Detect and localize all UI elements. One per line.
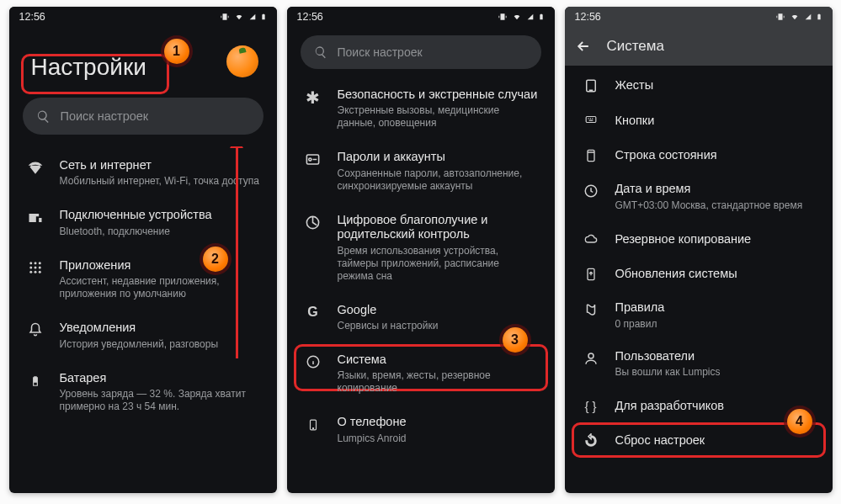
system-list: Жесты Кнопки Строка состояния Дата и вре… (565, 66, 833, 493)
item-buttons[interactable]: Кнопки (565, 103, 833, 137)
svg-point-4 (34, 266, 36, 268)
item-apps[interactable]: ПриложенияАссистент, недавние приложения… (9, 248, 277, 310)
item-about-phone[interactable]: О телефонеLumpics Anroid (287, 405, 555, 454)
google-icon: G (304, 305, 322, 320)
status-icons (498, 12, 545, 22)
item-gestures[interactable]: Жесты (565, 67, 833, 103)
svg-point-1 (34, 262, 36, 264)
item-developer[interactable]: { } Для разработчиков (565, 388, 833, 422)
apps-icon (26, 260, 45, 275)
status-bar: 12:56 (287, 7, 555, 27)
status-time: 12:56 (297, 11, 323, 23)
status-time: 12:56 (575, 11, 601, 23)
item-users[interactable]: ПользователиВы вошли как Lumpics (565, 340, 833, 388)
svg-point-8 (38, 271, 40, 273)
search-icon (36, 109, 51, 124)
item-status-bar[interactable]: Строка состояния (565, 137, 833, 172)
vibrate-icon (221, 13, 229, 21)
item-battery[interactable]: БатареяУровень заряда — 32 %. Заряда хва… (9, 361, 277, 423)
svg-point-14 (312, 428, 313, 429)
signal-icon (805, 13, 812, 21)
svg-point-6 (29, 271, 32, 273)
header-title: Система (607, 38, 664, 55)
status-time: 12:56 (19, 11, 45, 23)
svg-point-7 (34, 271, 36, 273)
status-bar: 12:56 (565, 7, 833, 27)
item-wellbeing[interactable]: Цифровое благополучие и родительский кон… (287, 203, 555, 293)
keyboard-icon (582, 114, 600, 125)
svg-rect-17 (588, 151, 594, 162)
vibrate-icon (776, 13, 785, 21)
svg-point-3 (29, 266, 32, 268)
status-icons (776, 12, 822, 22)
item-date-time[interactable]: Дата и времяGMT+03:00 Москва, стандартно… (565, 172, 833, 220)
svg-point-2 (38, 262, 40, 264)
settings-list: ✱ Безопасность и экстренные случаиЭкстре… (287, 76, 555, 493)
vibrate-icon (498, 13, 507, 21)
clock-icon (582, 183, 600, 199)
svg-point-10 (309, 158, 311, 161)
settings-list: Сеть и интернетМобильный интернет, Wi-Fi… (9, 146, 277, 493)
braces-icon: { } (582, 399, 600, 413)
wifi-icon (789, 13, 801, 21)
avatar[interactable] (226, 45, 258, 77)
reset-icon (582, 433, 600, 448)
tutorial-composite: 12:56 1 Настройки Поиск настроек Сеть и … (0, 0, 841, 504)
svg-point-0 (29, 262, 32, 264)
search-placeholder: Поиск настроек (61, 109, 149, 123)
item-google[interactable]: G GoogleСервисы и настройки (287, 293, 555, 342)
battery-icon (260, 12, 267, 22)
gesture-icon (582, 78, 600, 93)
status-icons (221, 12, 267, 22)
item-reset[interactable]: Сброс настроек (565, 422, 833, 458)
system-header: Система (565, 27, 833, 66)
wifi-icon (511, 13, 523, 21)
update-icon (582, 267, 600, 282)
rules-icon (582, 302, 600, 317)
svg-point-20 (588, 353, 593, 358)
search-placeholder: Поиск настроек (338, 45, 423, 59)
search-input[interactable]: Поиск настроек (301, 35, 541, 69)
battery-icon (26, 373, 45, 390)
devices-icon (26, 210, 45, 226)
item-updates[interactable]: Обновления системы (565, 256, 833, 291)
cloud-icon (582, 232, 600, 246)
battery-icon (816, 12, 822, 22)
phone-panel-3: 12:56 Система Жесты Кнопки (565, 7, 833, 493)
asterisk-icon: ✱ (304, 89, 322, 106)
item-backup[interactable]: Резервное копирование (565, 221, 833, 256)
wifi-icon (26, 160, 45, 177)
wellbeing-icon (304, 215, 322, 231)
item-notifications[interactable]: УведомленияИстория уведомлений, разговор… (9, 310, 277, 360)
signal-icon (527, 13, 534, 21)
svg-rect-16 (586, 117, 596, 123)
item-rules[interactable]: Правила0 правил (565, 291, 833, 339)
item-system[interactable]: СистемаЯзыки, время, жесты, резервное ко… (287, 342, 555, 405)
battery-icon (538, 12, 545, 22)
item-network[interactable]: Сеть и интернетМобильный интернет, Wi-Fi… (9, 148, 277, 198)
status-bar: 12:56 (9, 7, 277, 27)
item-security[interactable]: ✱ Безопасность и экстренные случаиЭкстре… (287, 77, 555, 140)
bell-icon (26, 322, 45, 337)
phone-panel-2: 12:56 Поиск настроек ✱ Безопасность и эк… (287, 7, 555, 493)
info-icon (304, 354, 322, 369)
search-input[interactable]: Поиск настроек (23, 98, 263, 135)
phone-panel-1: 12:56 1 Настройки Поиск настроек Сеть и … (9, 7, 277, 493)
phone-icon (304, 416, 322, 433)
key-icon (304, 151, 322, 167)
search-icon (314, 45, 327, 59)
user-icon (582, 351, 600, 366)
wifi-icon (233, 13, 245, 21)
signal-icon (249, 13, 256, 21)
svg-point-5 (38, 266, 40, 268)
statusbar-icon (582, 148, 600, 163)
item-connected-devices[interactable]: Подключенные устройстваBluetooth, подклю… (9, 198, 277, 247)
back-button[interactable] (575, 38, 592, 55)
item-passwords[interactable]: Пароли и аккаунтыСохраненные пароли, авт… (287, 140, 555, 202)
